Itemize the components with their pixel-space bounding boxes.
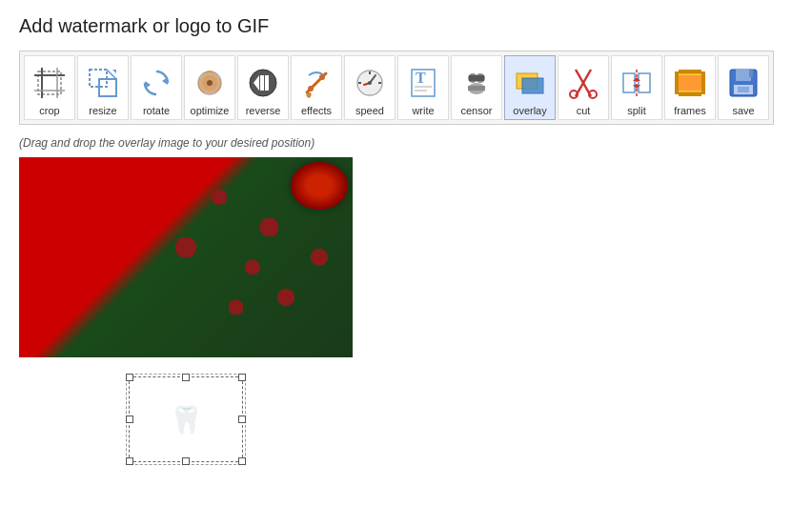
svg-text:T: T [416,70,426,86]
toolbar: crop resize rotate [19,51,774,125]
svg-rect-32 [469,75,484,81]
handle-top-left[interactable] [126,374,133,381]
effects-icon [297,64,335,102]
tool-optimize[interactable]: optimize [184,55,235,120]
gif-preview[interactable] [19,157,353,357]
svg-rect-36 [522,78,543,93]
tool-frames[interactable]: frames [664,55,716,120]
svg-rect-25 [358,82,361,84]
svg-rect-41 [623,73,635,92]
tool-write[interactable]: T write [397,55,449,120]
handle-right-mid[interactable] [238,416,246,423]
handle-left-mid[interactable] [126,416,133,423]
page-title: Add watermark or logo to GIF [19,15,793,37]
reverse-label: reverse [246,105,281,116]
svg-rect-17 [265,75,269,91]
svg-marker-10 [145,81,151,89]
censor-label: censor [460,105,492,116]
svg-point-18 [308,86,314,91]
write-label: write [412,105,434,116]
tool-split[interactable]: split [611,55,662,120]
svg-rect-53 [736,70,751,81]
svg-rect-24 [378,82,381,84]
overlay-icon [511,64,549,102]
drag-hint: (Drag and drop the overlay image to your… [19,136,793,150]
rotate-icon [137,64,175,102]
crop-label: crop [39,105,59,116]
tool-censor[interactable]: censor [451,55,502,120]
svg-rect-51 [679,92,701,96]
censor-icon [457,64,496,102]
save-label: save [732,105,754,116]
optimize-icon [191,64,229,102]
svg-point-22 [368,81,372,85]
overlay-watermark[interactable]: 🦷 [129,376,243,507]
tool-resize[interactable]: resize [77,55,129,120]
handle-top-mid[interactable] [182,374,190,381]
svg-rect-16 [260,75,264,91]
reverse-icon [244,64,282,102]
overlay-label: overlay [513,105,546,116]
svg-marker-45 [633,85,640,89]
rotate-label: rotate [143,105,170,116]
handle-bottom-right[interactable] [238,457,246,465]
svg-rect-34 [468,86,485,91]
tool-crop[interactable]: crop [24,55,75,120]
speed-icon [351,64,389,102]
svg-rect-48 [675,71,679,94]
svg-point-19 [319,74,325,80]
effects-label: effects [301,105,332,116]
handle-top-right[interactable] [238,374,246,381]
svg-rect-49 [701,71,705,94]
svg-rect-47 [679,75,701,91]
tool-save[interactable]: save [718,55,769,120]
svg-rect-42 [639,73,650,92]
svg-marker-9 [162,77,168,85]
crop-icon [30,64,69,102]
frames-icon [671,64,709,102]
save-icon [724,64,762,102]
canvas-area: 🦷 [19,157,353,357]
cut-icon [564,64,602,102]
tool-reverse[interactable]: reverse [237,55,289,120]
tool-cut[interactable]: cut [558,55,609,120]
write-icon: T [404,64,442,102]
resize-label: resize [89,105,116,116]
svg-rect-56 [738,87,749,92]
svg-point-13 [207,80,213,86]
tool-overlay[interactable]: overlay [504,55,556,120]
tool-speed[interactable]: speed [344,55,396,120]
svg-rect-50 [679,70,701,73]
svg-marker-44 [633,77,640,81]
watermark-content: 🦷 [170,404,203,436]
svg-rect-54 [749,70,753,77]
resize-icon [84,64,122,102]
split-label: split [627,105,646,116]
watermark-selection-box[interactable]: 🦷 [129,376,243,462]
frames-label: frames [674,105,706,116]
cut-label: cut [577,105,591,116]
tool-rotate[interactable]: rotate [131,55,182,120]
speed-label: speed [355,105,384,116]
svg-rect-23 [369,71,371,74]
optimize-label: optimize [191,105,230,116]
svg-marker-8 [112,70,116,73]
handle-bottom-left[interactable] [126,457,133,465]
handle-bottom-mid[interactable] [182,457,190,465]
split-icon [618,64,656,102]
tool-effects[interactable]: effects [291,55,342,120]
